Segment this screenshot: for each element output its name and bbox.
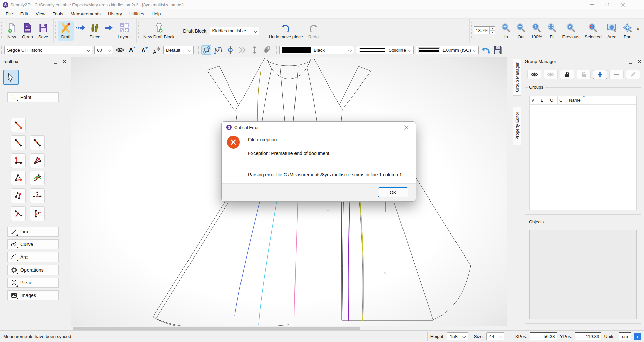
reset-style-undo-icon[interactable]	[481, 45, 491, 55]
objects-list[interactable]	[529, 230, 637, 319]
zoom-100-button[interactable]: 1 100%	[528, 21, 545, 41]
draft-block-combo[interactable]: Kiddies multisize	[210, 27, 259, 35]
double-chevron-icon[interactable]	[237, 45, 248, 55]
color-combo[interactable]: Black	[279, 46, 354, 54]
height-combo[interactable]: 158	[447, 332, 468, 340]
increase-label-font-icon[interactable]: A	[127, 45, 137, 55]
decrease-label-font-icon[interactable]: A	[139, 45, 149, 55]
float-panel-icon[interactable]	[54, 60, 58, 64]
vertical-arrow-icon[interactable]	[250, 45, 260, 55]
menu-utilities[interactable]: Utilities	[126, 10, 148, 18]
spin-down-icon[interactable]: ▼	[490, 31, 495, 34]
line-category-button[interactable]: Line	[7, 227, 59, 237]
menu-measurements[interactable]: Measurements	[67, 10, 104, 18]
show-labels-eye-icon[interactable]	[115, 45, 125, 55]
curve-category-button[interactable]: Curve	[7, 239, 59, 249]
piece-category-button[interactable]: Piece	[7, 278, 59, 288]
redo-button[interactable]: Redo	[306, 21, 321, 41]
info-button[interactable]: i	[634, 333, 641, 340]
arrow-select-tool[interactable]	[3, 70, 19, 85]
select-curve-tool-icon[interactable]	[213, 45, 223, 55]
select-point-tool-icon[interactable]	[201, 45, 211, 55]
zoom-in-button[interactable]: In	[499, 21, 514, 41]
horizontal-scrollbar[interactable]	[71, 326, 507, 330]
point-tool-intersect-arcs[interactable]	[11, 188, 26, 203]
point-tool-intersection-line-axis[interactable]	[11, 206, 26, 221]
menu-edit[interactable]: Edit	[17, 10, 32, 18]
point-tool-triangle[interactable]	[11, 171, 26, 185]
menu-tools[interactable]: Tools	[49, 10, 67, 18]
layout-mode-button[interactable]: Layout	[115, 21, 133, 41]
column-name[interactable]: Name	[567, 96, 636, 104]
close-button[interactable]	[615, 0, 631, 9]
draft-mode-button[interactable]: Draft	[58, 21, 74, 41]
point-tool-bisector[interactable]	[30, 153, 45, 168]
tag-tool-icon[interactable]	[262, 45, 272, 55]
point-tool-curve-intersect[interactable]	[30, 171, 45, 185]
remove-group-button[interactable]	[609, 70, 624, 79]
undo-button[interactable]: Undo move piece	[266, 21, 306, 41]
operations-category-button[interactable]: Operations	[7, 265, 59, 275]
zoom-out-button[interactable]: Out	[514, 21, 528, 41]
open-button[interactable]: 2DSM2D Open	[19, 21, 36, 41]
menu-help[interactable]: Help	[148, 10, 164, 18]
hide-groups-button[interactable]	[544, 70, 558, 79]
zoom-pan-button[interactable]: Pan	[620, 21, 635, 41]
line-width-combo[interactable]: 1.00mm (ISO)	[416, 46, 479, 54]
piece-mode-button[interactable]: Piece	[87, 21, 103, 41]
edit-group-button[interactable]	[626, 70, 640, 79]
close-group-manager-icon[interactable]	[638, 60, 641, 63]
spin-up-icon[interactable]: ▲	[490, 27, 495, 31]
unlock-groups-button[interactable]	[577, 70, 591, 79]
horizontal-scrollbar-thumb[interactable]	[73, 327, 360, 330]
close-toolbox-icon[interactable]	[63, 60, 66, 63]
zoom-previous-button[interactable]: Previous	[559, 21, 582, 41]
point-tool-line-segment[interactable]	[11, 118, 26, 132]
images-category-button[interactable]: Images	[7, 290, 59, 300]
point-tool-midpoint[interactable]	[11, 135, 26, 150]
toolbar-overflow-chevron[interactable]: »	[637, 25, 639, 31]
label-template-icon[interactable]: A	[151, 45, 161, 55]
point-tool-perpendicular[interactable]	[11, 153, 26, 168]
tab-group-manager[interactable]: Group Manager	[513, 59, 521, 96]
zoom-selected-button[interactable]: Selected	[582, 21, 604, 41]
line-type-combo[interactable]: Solidline	[356, 46, 414, 54]
menu-history[interactable]: History	[104, 10, 126, 18]
font-combo[interactable]: Segoe UI Historic	[4, 46, 92, 54]
save-style-icon[interactable]	[493, 45, 503, 55]
ypos-value: 119.33	[575, 332, 601, 340]
point-tool-along-line[interactable]	[30, 135, 45, 150]
float-group-manager-icon[interactable]	[629, 60, 633, 64]
menu-view[interactable]: View	[32, 10, 49, 18]
font-size-combo[interactable]: 60	[94, 46, 113, 54]
column-locked[interactable]: L	[539, 96, 548, 104]
zoom-spinbox[interactable]: 13.7% ▲▼	[474, 26, 495, 34]
new-button[interactable]: New	[4, 21, 19, 41]
zoom-fit-button[interactable]: Fit	[545, 21, 559, 41]
column-objects[interactable]: O	[548, 96, 558, 104]
point-category-button[interactable]: +++ Point	[7, 92, 59, 102]
save-button[interactable]: Save	[36, 21, 51, 41]
show-groups-button[interactable]	[527, 70, 541, 79]
target-point-tool-icon[interactable]	[225, 45, 235, 55]
arc-category-button[interactable]: Arc	[7, 252, 59, 262]
maximize-button[interactable]	[600, 0, 615, 9]
point-tool-true-darts[interactable]	[30, 206, 45, 221]
new-draft-block-button[interactable]: New Draft Block	[141, 21, 177, 41]
lock-groups-button[interactable]	[560, 70, 574, 79]
column-visible[interactable]: V	[530, 96, 539, 104]
ok-button[interactable]: OK	[378, 187, 408, 197]
sort-indicator[interactable]: ^	[583, 95, 585, 99]
add-group-button[interactable]	[593, 70, 607, 79]
minimize-button[interactable]	[584, 0, 600, 9]
dialog-close-button[interactable]	[401, 122, 411, 132]
point-tool-intersect-axis[interactable]	[30, 188, 45, 203]
zoom-spinner[interactable]: ▲▼	[489, 27, 495, 34]
menu-file[interactable]: File	[2, 10, 17, 18]
tab-property-editor[interactable]: Property Editor	[513, 107, 521, 145]
label-template-combo[interactable]: Default	[163, 46, 194, 54]
zoom-area-button[interactable]: Area	[604, 21, 620, 41]
column-count[interactable]: C	[558, 96, 567, 104]
groups-table[interactable]: ^ V L O C Name	[529, 96, 637, 210]
size-combo[interactable]: 44	[486, 332, 504, 340]
